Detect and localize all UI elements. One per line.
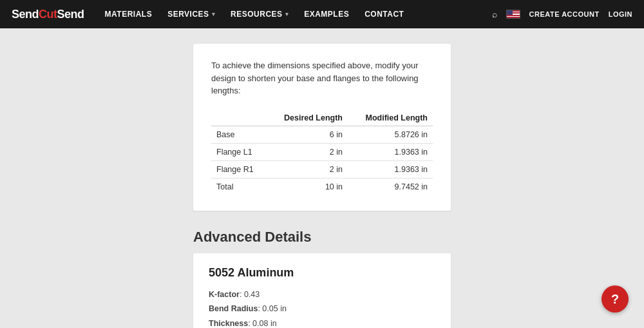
advanced-section: Advanced Details 5052 Aluminum K-factor:…	[193, 229, 451, 329]
navbar: SendCutSend MATERIALS SERVICES ▾ RESOURC…	[0, 0, 644, 28]
modified-cell: 5.8726 in	[348, 126, 433, 143]
modified-cell: 1.9363 in	[348, 160, 433, 178]
col-modified-header: Modified Length	[348, 110, 433, 126]
part-cell: Flange L1	[211, 143, 267, 160]
modified-cell: 1.9363 in	[348, 143, 433, 160]
part-cell: Base	[211, 126, 267, 143]
nav-resources[interactable]: RESOURCES ▾	[231, 10, 289, 19]
thickness-label: Thickness	[209, 319, 248, 328]
modified-cell: 9.7452 in	[348, 178, 433, 195]
table-row: Flange L1 2 in 1.9363 in	[211, 143, 433, 160]
col-desired-header: Desired Length	[267, 110, 348, 126]
material-props: K-factor: 0.43 Bend Radius: 0.05 in Thic…	[209, 287, 435, 329]
table-row: Total 10 in 9.7452 in	[211, 178, 433, 195]
dimensions-table: Desired Length Modified Length Base 6 in…	[211, 110, 433, 195]
search-icon[interactable]: ⌕	[492, 9, 497, 19]
nav-examples[interactable]: EXAMPLES	[304, 10, 349, 19]
nav-right: ⌕ CREATE ACCOUNT LOGIN	[492, 9, 632, 19]
help-fab[interactable]: ?	[601, 285, 629, 313]
bend-radius-label: Bend Radius	[209, 304, 258, 313]
advanced-title: Advanced Details	[193, 229, 451, 246]
desired-cell: 2 in	[267, 143, 348, 160]
nav-materials-label: MATERIALS	[105, 10, 153, 19]
card-description: To achieve the dimensions specified abov…	[211, 59, 433, 97]
login-button[interactable]: LOGIN	[609, 10, 632, 18]
thickness-value: 0.08 in	[252, 319, 277, 328]
nav-materials[interactable]: MATERIALS	[105, 10, 153, 19]
chevron-down-icon: ▾	[212, 11, 216, 17]
nav-resources-label: RESOURCES	[231, 10, 283, 19]
table-row: Flange R1 2 in 1.9363 in	[211, 160, 433, 178]
logo-send2: Send	[57, 8, 84, 21]
nav-contact[interactable]: CONTACT	[365, 10, 404, 19]
create-account-button[interactable]: CREATE ACCOUNT	[529, 10, 600, 18]
dimensions-card: To achieve the dimensions specified abov…	[193, 44, 451, 211]
logo-cut: Cut	[39, 8, 57, 21]
k-factor-value: 0.43	[244, 290, 260, 299]
nav-examples-label: EXAMPLES	[304, 10, 349, 19]
chevron-down-icon: ▾	[285, 11, 289, 17]
material-name: 5052 Aluminum	[209, 266, 435, 280]
desired-cell: 2 in	[267, 160, 348, 178]
desired-cell: 6 in	[267, 126, 348, 143]
advanced-card: 5052 Aluminum K-factor: 0.43 Bend Radius…	[193, 253, 451, 329]
logo-send1: Send	[12, 8, 39, 21]
nav-services-label: SERVICES	[167, 10, 209, 19]
nav-contact-label: CONTACT	[365, 10, 404, 19]
part-cell: Total	[211, 178, 267, 195]
page-content: To achieve the dimensions specified abov…	[0, 28, 644, 328]
bend-radius-value: 0.05 in	[262, 304, 287, 313]
us-flag[interactable]	[506, 10, 520, 19]
k-factor-label: K-factor	[209, 290, 240, 299]
table-row: Base 6 in 5.8726 in	[211, 126, 433, 143]
nav-services[interactable]: SERVICES ▾	[167, 10, 215, 19]
nav-links: MATERIALS SERVICES ▾ RESOURCES ▾ EXAMPLE…	[105, 10, 492, 19]
col-part-header	[211, 110, 267, 126]
site-logo[interactable]: SendCutSend	[12, 8, 84, 21]
question-mark-icon: ?	[611, 292, 619, 307]
part-cell: Flange R1	[211, 160, 267, 178]
desired-cell: 10 in	[267, 178, 348, 195]
